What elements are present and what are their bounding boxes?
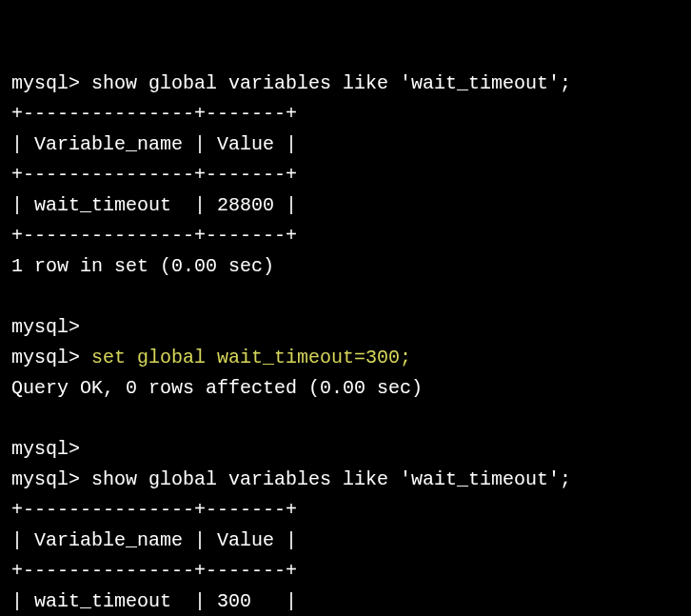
- blank-line: [11, 282, 680, 312]
- empty-prompt: mysql>: [11, 434, 680, 465]
- command-text: show global variables like 'wait_timeout…: [80, 468, 571, 490]
- status-text: Query OK, 0 rows affected (0.00 sec): [11, 373, 680, 404]
- table-border: +---------------+-------+: [11, 160, 680, 190]
- blank-line: [11, 404, 680, 434]
- command-text: set global wait_timeout=300;: [80, 347, 411, 368]
- cmd-line-3: mysql> show global variables like 'wait_…: [11, 465, 680, 495]
- status-text: 1 row in set (0.00 sec): [11, 251, 680, 282]
- empty-prompt: mysql>: [11, 312, 680, 343]
- command-text: show global variables like 'wait_timeout…: [80, 72, 571, 94]
- cmd-line-1: mysql> show global variables like 'wait_…: [11, 69, 680, 99]
- table-border: +---------------+-------+: [11, 556, 680, 586]
- cmd-line-2: mysql> set global wait_timeout=300;: [11, 343, 680, 373]
- table-header: | Variable_name | Value |: [11, 526, 680, 556]
- mysql-prompt: mysql>: [11, 468, 80, 490]
- mysql-prompt: mysql>: [11, 72, 80, 94]
- table-row: | wait_timeout | 28800 |: [11, 190, 680, 221]
- mysql-prompt: mysql>: [11, 438, 80, 460]
- mysql-prompt: mysql>: [11, 347, 80, 368]
- table-row: | wait_timeout | 300 |: [11, 586, 680, 616]
- mysql-prompt: mysql>: [11, 316, 80, 338]
- table-border: +---------------+-------+: [11, 221, 680, 251]
- table-header: | Variable_name | Value |: [11, 129, 680, 160]
- table-border: +---------------+-------+: [11, 495, 680, 526]
- table-border: +---------------+-------+: [11, 99, 680, 129]
